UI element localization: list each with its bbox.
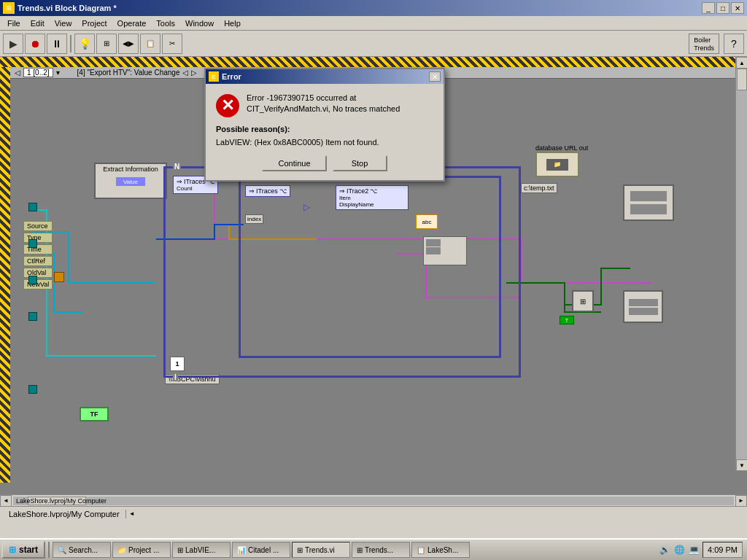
scroll-left-button[interactable]: ◄ (0, 495, 12, 507)
database-url-out-label: database URL out (535, 144, 588, 152)
pause-button[interactable]: ⏸ (47, 34, 67, 54)
menu-operate[interactable]: Operate (113, 18, 151, 28)
error-circle-icon: ✕ (216, 94, 239, 117)
error-dialog-titlebar: E Error ✕ (206, 69, 444, 84)
taskbar-trends2-button[interactable]: ⊞ Trends... (352, 542, 410, 558)
citadel-icon: 📊 (237, 546, 246, 554)
scroll-down-button[interactable]: ▼ (736, 459, 747, 471)
labview-icon: ⊞ (177, 546, 183, 554)
menu-help[interactable]: Help (220, 18, 245, 28)
path-block: 📁 (535, 152, 579, 177)
iteration-value[interactable]: 1 [0..2] (23, 68, 53, 77)
green-indicator: T (560, 316, 574, 324)
taskbar: ⊞ start 🔍 Search... 📁 Project ... ⊞ LabV… (0, 538, 747, 560)
taskbar-trends-vi-button[interactable]: ⊞ Trends.vi (292, 542, 350, 558)
taskbar-citadel-label: Citadel ... (248, 546, 279, 554)
error-dialog-icon: E (209, 71, 219, 82)
scroll-track (736, 69, 747, 459)
selector-triangle-icon: ▷ (299, 200, 314, 214)
inner-op-block (423, 236, 467, 265)
error-dialog-close-button[interactable]: ✕ (429, 71, 441, 82)
itraces-inner-arrow-icon: ⇒ (249, 187, 255, 195)
step-into-button[interactable]: ⊞ (96, 34, 117, 54)
step-out-button[interactable]: 📋 (140, 34, 160, 54)
step-over-button[interactable]: ◀▶ (118, 34, 139, 54)
connector-2 (28, 239, 37, 248)
connector-3 (28, 276, 37, 284)
help-button[interactable]: ? (724, 34, 744, 54)
taskbar-search-button[interactable]: 🔍 Search... (53, 542, 111, 558)
hscroll-path-label: LakeShore.lvproj/My Computer (16, 497, 107, 505)
clean-up-button[interactable]: ✂ (162, 34, 182, 54)
menu-tools[interactable]: Tools (152, 18, 179, 28)
connector-5 (28, 385, 37, 394)
taskbar-separator (48, 542, 50, 558)
title-bar: ⊞ Trends.vi Block Diagram * _ □ ✕ (0, 0, 747, 16)
connector-1 (28, 203, 37, 211)
status-bar: LakeShore.lvproj/My Computer ◄ (0, 506, 747, 521)
taskbar-search-label: Search... (69, 546, 98, 554)
tray-icon-1: 🔊 (659, 544, 670, 556)
menu-view[interactable]: View (50, 18, 77, 28)
diagram-left-border (0, 67, 10, 483)
taskbar-lakesh-button[interactable]: 📋 LakeSh... (411, 542, 470, 558)
maximize-button[interactable]: □ (716, 2, 729, 14)
itraces-inner-bracket-icon: ⌥ (279, 187, 287, 195)
app-icon: ⊞ (3, 2, 15, 14)
highlight-button[interactable]: 💡 (74, 34, 95, 54)
abort-button[interactable]: ⏺ (25, 34, 45, 54)
itraces-outer-label: ITraces (184, 178, 206, 185)
item-label: Item (339, 195, 405, 201)
for-loop-border: N I ⇒ ITraces ⌥ Count ⇒ ITraces (163, 166, 521, 378)
minimize-button[interactable]: _ (702, 2, 715, 14)
menu-project[interactable]: Project (77, 18, 111, 28)
menu-edit[interactable]: Edit (26, 18, 49, 28)
connector-4 (28, 312, 37, 321)
iteration-dropdown[interactable]: ▾ (56, 69, 60, 77)
taskbar-lakesh-label: LakeSh... (427, 546, 458, 554)
itrace2-label: ITrace2 (347, 187, 368, 195)
tray-icon-3: 💻 (688, 544, 700, 556)
nav-right-icon[interactable]: ▷ (191, 69, 197, 77)
error-dialog-title: Error (222, 72, 241, 81)
status-path: LakeShore.lvproj/My Computer (3, 510, 126, 518)
scroll-nav-icon[interactable]: ◄ (129, 510, 135, 517)
menu-file[interactable]: File (3, 18, 25, 28)
scroll-right-button[interactable]: ► (735, 495, 747, 507)
diagram-top-border (0, 57, 735, 67)
itrace2-bracket-icon: ⌥ (370, 187, 377, 195)
source-label: Source (23, 221, 53, 231)
taskbar-trends-vi-label: Trends.vi (305, 546, 335, 554)
itrace2-arrow-icon: ⇒ (339, 187, 345, 195)
scroll-up-button[interactable]: ▲ (736, 57, 747, 69)
itrace2-block: ⇒ ITrace2 ⌥ Item DisplayName (336, 185, 409, 210)
path-icon: 📁 (546, 159, 568, 171)
export-label: [4] "Export HTV": Value Change (77, 69, 180, 77)
value-badge: Value (116, 177, 145, 186)
taskbar-trends2-label: Trends... (365, 546, 393, 554)
taskbar-labview-label: LabVIE... (185, 546, 215, 554)
stop-button[interactable]: Stop (333, 155, 387, 171)
close-button[interactable]: ✕ (731, 2, 744, 14)
menu-window[interactable]: Window (181, 18, 218, 28)
continue-button[interactable]: Continue (262, 155, 326, 171)
scroll-thumb[interactable] (737, 69, 747, 90)
start-button[interactable]: ⊞ start (1, 541, 45, 559)
possible-reasons-label: Possible reason(s): (216, 125, 433, 133)
taskbar-citadel-button[interactable]: 📊 Citadel ... (232, 542, 290, 558)
extract-info-label: Extract Information (96, 164, 166, 174)
boiler-trends-panel: Boiler Trends (689, 34, 719, 54)
error-message: Error -1967390715 occurred at CIT_Verify… (247, 93, 433, 115)
right-op-2 (623, 290, 663, 323)
run-button[interactable]: ▶ (3, 34, 23, 54)
menu-bar: File Edit View Project Operate Tools Win… (0, 16, 747, 31)
horizontal-scrollbar[interactable]: ◄ LakeShore.lvproj/My Computer ► (0, 494, 747, 506)
extract-info-block: Extract Information Value (94, 163, 167, 199)
labview-error-text: LabVIEW: (Hex 0x8ABC0005) Item not found… (216, 138, 433, 147)
modal-buttons-row: Continue Stop (216, 155, 433, 171)
error-dialog-body: ✕ Error -1967390715 occurred at CIT_Veri… (206, 84, 444, 180)
taskbar-project-button[interactable]: 📁 Project ... (112, 542, 171, 558)
nav-left-icon[interactable]: ◁ (182, 69, 188, 77)
taskbar-labview-button[interactable]: ⊞ LabVIE... (172, 542, 231, 558)
vertical-scrollbar[interactable]: ▲ ▼ (735, 57, 747, 471)
